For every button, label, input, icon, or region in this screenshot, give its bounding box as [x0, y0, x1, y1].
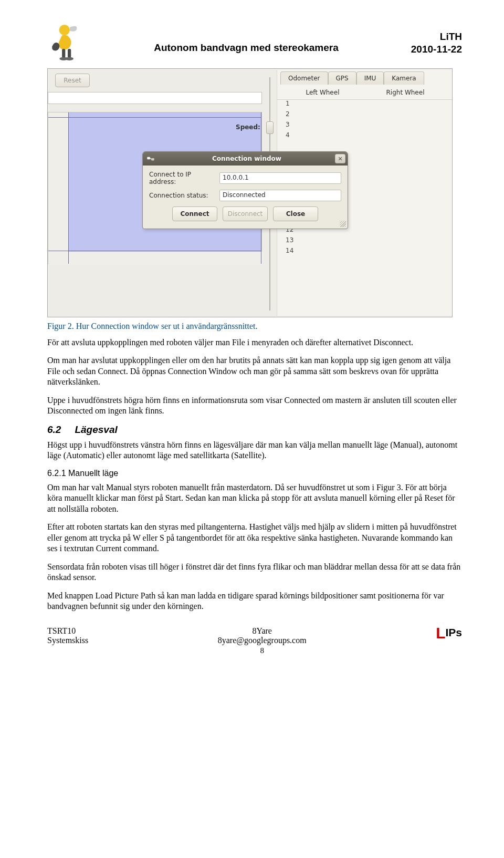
para: Om man har avslutat uppkopplingen eller …	[47, 355, 462, 387]
header-date: 2010-11-22	[404, 43, 462, 56]
tab-kamera[interactable]: Kamera	[384, 71, 424, 85]
tab-odometer[interactable]: Odometer	[280, 71, 328, 85]
section-title: Lägesval	[75, 424, 117, 436]
para: Om man har valt Manual styrs roboten man…	[47, 482, 462, 514]
tab-imu[interactable]: IMU	[356, 71, 384, 85]
footer-group: 8Yare	[252, 626, 271, 636]
section-number: 6.2	[47, 424, 61, 436]
footer-doc: Systemskiss	[47, 636, 88, 645]
row-num: 13	[282, 236, 299, 247]
ip-label: Connect to IP address:	[149, 171, 219, 185]
reset-button[interactable]: Reset	[55, 74, 90, 87]
para: Sensordata från roboten visas till höger…	[47, 562, 462, 583]
close-button[interactable]: Close	[273, 206, 318, 221]
page-footer: TSRT10 Systemskiss 8Yare 8yare@googlegro…	[47, 626, 462, 655]
robot-icon	[47, 21, 88, 62]
svg-point-4	[65, 57, 74, 60]
header-right: LiTH 2010-11-22	[404, 27, 462, 56]
figure-2-screenshot: Reset Speed: Odometer GPS IMU Kamera	[47, 68, 453, 317]
svg-rect-5	[147, 157, 150, 160]
disconnect-button: Disconnect	[223, 206, 268, 221]
svg-rect-6	[151, 158, 154, 161]
figure-caption: Figur 2. Hur Connection window ser ut i …	[47, 322, 462, 331]
row-num: 3	[282, 121, 299, 131]
network-icon	[146, 154, 155, 163]
para: Med knappen Load Picture Path så kan man…	[47, 591, 462, 612]
page-number: 8	[260, 646, 264, 655]
row-num: 2	[282, 110, 299, 121]
para: För att avsluta uppkopplingen med robote…	[47, 337, 462, 348]
command-input[interactable]	[48, 92, 262, 104]
svg-point-0	[59, 25, 70, 35]
lips-logo: LIPs	[436, 626, 462, 639]
row-num: 1	[282, 100, 299, 110]
svg-rect-2	[68, 49, 71, 58]
dialog-titlebar[interactable]: Connection window ✕	[143, 152, 348, 166]
header-title: Autonom bandvagn med stereokamera	[88, 42, 404, 54]
col-left-wheel: Left Wheel	[306, 89, 340, 96]
status-value: Disconnected	[219, 190, 341, 201]
close-icon[interactable]: ✕	[335, 154, 345, 163]
section-6-2-1: 6.2.1 Manuellt läge	[47, 469, 462, 478]
row-num: 14	[282, 247, 299, 257]
page-header: Autonom bandvagn med stereokamera LiTH 2…	[47, 21, 462, 62]
col-right-wheel: Right Wheel	[386, 89, 424, 96]
dialog-title: Connection window	[159, 155, 335, 162]
para: Högst upp i huvudfönstrets vänstra hörn …	[47, 440, 462, 461]
para: Efter att roboten startats kan den styra…	[47, 522, 462, 554]
resize-handle-icon[interactable]	[340, 221, 346, 227]
connection-window: Connection window ✕ Connect to IP addres…	[142, 151, 348, 229]
speed-label: Speed:	[236, 123, 260, 131]
status-label: Connection status:	[149, 192, 219, 199]
para: Uppe i huvudfönstrets högra hörn finns e…	[47, 395, 462, 417]
row-num: 4	[282, 131, 299, 142]
svg-rect-1	[62, 49, 65, 58]
footer-course: TSRT10	[47, 626, 88, 636]
footer-email: 8yare@googlegroups.com	[218, 636, 307, 645]
connect-button[interactable]: Connect	[172, 206, 217, 221]
tab-gps[interactable]: GPS	[328, 71, 356, 85]
section-6-2: 6.2 Lägesval	[47, 424, 462, 436]
ip-input[interactable]: 10.0.0.1	[219, 172, 341, 184]
header-org: LiTH	[404, 30, 462, 43]
